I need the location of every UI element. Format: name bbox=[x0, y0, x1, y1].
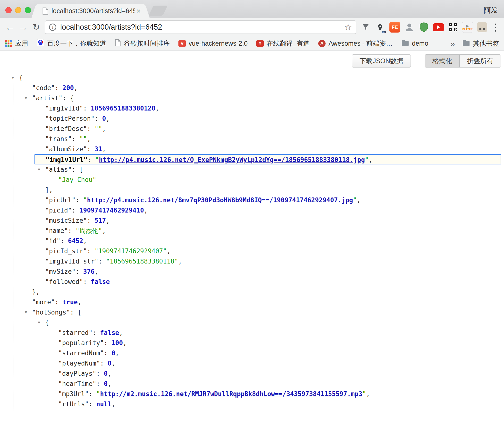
json-link[interactable]: http://m2.music.126.net/RMJR7wDullRqppBk… bbox=[100, 390, 362, 398]
json-value-number: 0 bbox=[96, 411, 100, 412]
json-punctuation: , bbox=[167, 247, 171, 255]
json-line: ▼{ bbox=[0, 73, 504, 83]
json-value-number: 0 bbox=[102, 115, 106, 122]
bookmark-label: 百度一下，你就知道 bbox=[47, 39, 106, 48]
bookmark-awesomes[interactable]: A Awesomes - 前端资… bbox=[318, 39, 393, 48]
document-icon bbox=[115, 39, 121, 48]
format-button[interactable]: 格式化 bbox=[425, 55, 459, 67]
bookmark-google-sort[interactable]: 谷歌按时间排序 bbox=[115, 39, 170, 48]
json-line-selected: "img1v1Url": "http://p4.music.126.net/Q_… bbox=[34, 154, 501, 164]
bookmark-baidu[interactable]: 百度一下，你就知道 bbox=[37, 39, 106, 48]
qrcode-extension-icon[interactable] bbox=[447, 20, 459, 34]
back-button[interactable]: ← bbox=[3, 20, 17, 34]
json-punctuation: { bbox=[19, 74, 23, 81]
json-punctuation: : bbox=[95, 115, 102, 122]
json-punctuation: , bbox=[106, 115, 110, 122]
json-value-number: 0 bbox=[104, 380, 108, 387]
json-key: "albumSize" bbox=[45, 145, 87, 153]
browser-tab[interactable]: localhost:3000/artists?id=645 × bbox=[37, 4, 144, 18]
json-punctuation: : [ bbox=[72, 166, 83, 173]
translate-en-badge: en bbox=[382, 30, 386, 34]
youtube-extension-icon[interactable] bbox=[432, 20, 445, 34]
json-line: ], bbox=[0, 185, 504, 195]
person-extension-icon[interactable] bbox=[403, 20, 416, 34]
json-line: "dayPlays": 0, bbox=[0, 368, 504, 379]
json-punctuation: , bbox=[108, 370, 112, 377]
json-line: "mp3Url": "http://m2.music.126.net/RMJR7… bbox=[0, 389, 504, 399]
collapse-arrow-icon[interactable]: ▼ bbox=[12, 73, 14, 83]
json-line: "playedNum": 0, bbox=[0, 358, 504, 368]
translate-pen-extension-icon[interactable]: en bbox=[374, 20, 386, 34]
json-line: "Jay Chou" bbox=[0, 175, 504, 185]
collapse-arrow-icon[interactable]: ▼ bbox=[25, 93, 27, 103]
json-punctuation: : bbox=[89, 411, 96, 412]
json-value-string: "周杰伦" bbox=[76, 227, 102, 234]
bookmark-apps[interactable]: 应用 bbox=[5, 39, 28, 48]
new-tab-button[interactable] bbox=[149, 6, 168, 16]
collapse-arrow-icon[interactable]: ▼ bbox=[38, 164, 40, 175]
json-punctuation: , bbox=[123, 339, 127, 347]
json-line: "hearTime": 0, bbox=[0, 379, 504, 389]
collapse-arrow-icon[interactable]: ▼ bbox=[25, 307, 27, 317]
reload-button[interactable]: ↻ bbox=[30, 20, 43, 34]
fehelper-extension-icon[interactable]: FE bbox=[388, 20, 401, 34]
json-punctuation: ], bbox=[45, 186, 53, 194]
apps-grid-icon bbox=[5, 40, 12, 47]
bookmarks-overflow-icon[interactable]: » bbox=[450, 39, 455, 48]
json-value-string: "Jay Chou" bbox=[58, 176, 96, 183]
json-value-number: 6452 bbox=[68, 237, 83, 245]
json-line: "popularity": 100, bbox=[0, 338, 504, 348]
page-info-icon[interactable]: i bbox=[49, 24, 56, 31]
json-line: "img1v1Id_str": "18569651883380118", bbox=[0, 256, 504, 266]
json-key: "picId" bbox=[45, 207, 72, 214]
json-link[interactable]: http://p4.music.126.net/8mv7qP30Pd3oHW8b… bbox=[87, 196, 353, 204]
json-punctuation: : bbox=[87, 247, 94, 255]
tab-title: localhost:3000/artists?id=645 bbox=[51, 7, 135, 15]
collapse-arrow-icon[interactable]: ▼ bbox=[38, 317, 40, 328]
player-extension-icon[interactable]: ▶ PLAYER bbox=[461, 20, 474, 34]
url-text[interactable]: localhost:3000/artists?id=6452 bbox=[60, 23, 344, 32]
bookmark-label: demo bbox=[412, 40, 428, 47]
extension-icons: en FE ▶ PLAYER bbox=[359, 20, 501, 34]
profile-name[interactable]: 阿发 bbox=[484, 5, 498, 15]
json-key: "code" bbox=[32, 84, 55, 92]
funnel-extension-icon[interactable] bbox=[359, 20, 372, 34]
collapse-all-button[interactable]: 折叠所有 bbox=[459, 55, 501, 67]
json-punctuation: : bbox=[72, 135, 79, 143]
bookmark-youdao[interactable]: Y 在线翻译_有道 bbox=[256, 39, 310, 48]
json-line: "followed": false bbox=[0, 277, 504, 287]
json-link[interactable]: http://p4.music.126.net/Q_ExePNkmgB2yWyL… bbox=[99, 156, 365, 163]
json-punctuation: , bbox=[106, 217, 110, 224]
fullscreen-window-button[interactable] bbox=[25, 7, 31, 13]
json-value-number: 100 bbox=[111, 339, 123, 347]
json-punctuation: , bbox=[102, 227, 106, 234]
json-line: "code": 200, bbox=[0, 83, 504, 93]
forward-button[interactable]: → bbox=[17, 20, 30, 34]
bookmark-demo-folder[interactable]: demo bbox=[401, 40, 428, 48]
vue-v-icon: V bbox=[178, 40, 186, 47]
bookmark-label: vue-hackernews-2.0 bbox=[189, 40, 248, 47]
play-glyph-icon: ▶ bbox=[466, 24, 469, 28]
tab-close-icon[interactable]: × bbox=[136, 7, 141, 15]
minimize-window-button[interactable] bbox=[15, 7, 21, 13]
close-window-button[interactable] bbox=[5, 7, 12, 13]
json-key: "mp3Url" bbox=[58, 390, 89, 398]
json-key: "img1v1Url" bbox=[46, 156, 87, 163]
json-line: "musicSize": 517, bbox=[0, 215, 504, 226]
json-key: "hearTime" bbox=[58, 380, 96, 387]
shield-extension-icon[interactable] bbox=[418, 20, 430, 34]
json-punctuation: : bbox=[104, 339, 111, 347]
download-json-button[interactable]: 下载JSON数据 bbox=[352, 54, 411, 68]
address-bar[interactable]: i localhost:3000/artists?id=6452 ☆ bbox=[45, 20, 356, 34]
json-punctuation: , bbox=[111, 400, 115, 408]
bookmark-star-icon[interactable]: ☆ bbox=[344, 23, 352, 32]
json-punctuation: , bbox=[155, 105, 159, 112]
json-punctuation: { bbox=[45, 319, 49, 326]
browser-menu-icon[interactable]: ⋮ bbox=[490, 22, 501, 32]
bookmark-vue-hackernews[interactable]: V vue-hackernews-2.0 bbox=[178, 40, 248, 47]
json-line: "starredNum": 0, bbox=[0, 348, 504, 358]
other-bookmarks-folder[interactable]: 其他书签 bbox=[462, 39, 499, 48]
json-key: "musicSize" bbox=[45, 217, 87, 224]
paw-extension-icon[interactable] bbox=[476, 20, 488, 34]
json-line: "picId": 19097417462929410, bbox=[0, 205, 504, 215]
